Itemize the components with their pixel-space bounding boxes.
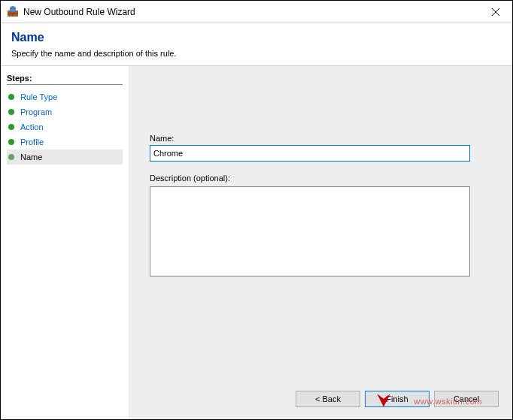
step-program[interactable]: Program: [7, 104, 123, 119]
svg-point-5: [10, 6, 16, 12]
cancel-button[interactable]: Cancel: [434, 391, 499, 407]
bullet-icon: [8, 124, 14, 130]
step-label: Program: [20, 107, 52, 116]
bullet-icon: [8, 109, 14, 115]
description-label: Description (optional):: [150, 174, 491, 183]
step-label: Action: [20, 122, 44, 131]
back-button[interactable]: < Back: [296, 391, 360, 407]
button-bar: < Back Finish Cancel: [296, 391, 499, 407]
bullet-icon: [8, 139, 14, 145]
name-label: Name:: [150, 134, 491, 143]
step-name[interactable]: Name: [7, 150, 123, 165]
description-input[interactable]: [150, 186, 470, 276]
page-title: Name: [11, 31, 502, 44]
steps-heading: Steps:: [7, 74, 123, 85]
bullet-icon: [8, 154, 14, 160]
step-label: Profile: [20, 137, 44, 147]
main-panel: Name: Description (optional): < Back Fin…: [129, 66, 512, 419]
page-subtitle: Specify the name and description of this…: [11, 49, 502, 58]
step-label: Rule Type: [20, 92, 57, 101]
step-action[interactable]: Action: [7, 119, 123, 134]
titlebar: New Outbound Rule Wizard: [1, 1, 512, 23]
steps-sidebar: Steps: Rule Type Program Action Profile …: [1, 66, 129, 419]
step-label: Name: [20, 153, 42, 162]
window-title: New Outbound Rule Wizard: [23, 7, 481, 17]
firewall-icon: [7, 6, 19, 18]
close-button[interactable]: [481, 2, 511, 23]
finish-button[interactable]: Finish: [365, 391, 430, 407]
step-rule-type[interactable]: Rule Type: [7, 89, 123, 104]
name-field-block: Name:: [150, 134, 491, 162]
description-field-block: Description (optional):: [150, 174, 491, 279]
step-profile[interactable]: Profile: [7, 134, 123, 150]
bullet-icon: [8, 94, 14, 100]
name-input[interactable]: [150, 145, 470, 162]
wizard-header: Name Specify the name and description of…: [1, 23, 512, 66]
content-area: Steps: Rule Type Program Action Profile …: [1, 66, 512, 419]
